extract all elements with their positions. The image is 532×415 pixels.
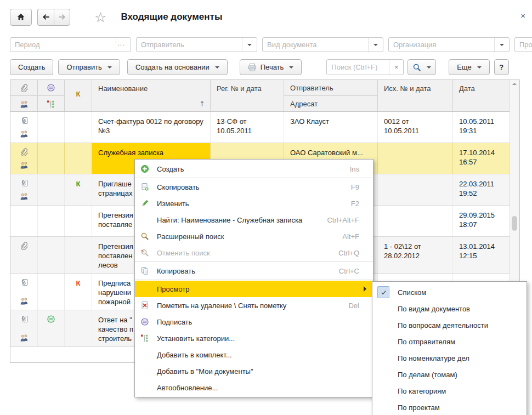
attachment-cell — [10, 206, 38, 236]
toolbar: Создать Отправить Создать на основании П… — [10, 59, 525, 75]
column-name[interactable]: Наименование ↑ — [92, 80, 211, 111]
submenu-item[interactable]: По видам документов — [372, 300, 527, 317]
send-button[interactable]: Отправить — [58, 59, 120, 75]
people-icon — [20, 161, 29, 169]
filter-input[interactable] — [515, 38, 532, 52]
context-menu-item[interactable]: Расширенный поиск Alt+F — [135, 228, 373, 245]
menu-separator — [135, 178, 373, 178]
submenu-item-label: По отправителям — [398, 338, 455, 346]
column-date[interactable]: Дата — [453, 80, 510, 111]
create-label: Создать — [18, 63, 45, 71]
column-k[interactable]: К — [65, 80, 92, 111]
create-based-on-button[interactable]: Создать на основании — [127, 59, 228, 75]
page-title: Входящие документы — [121, 12, 222, 22]
column-reg[interactable]: Рег. № и дата — [211, 80, 284, 111]
seal-icon — [47, 83, 55, 92]
close-icon[interactable]: × — [520, 11, 525, 20]
filter-input[interactable] — [263, 38, 368, 52]
filter-button[interactable] — [242, 38, 257, 52]
context-menu-item[interactable]: Пометить на удаление \ Снять пометку Del — [135, 297, 373, 314]
attachment-icon — [20, 147, 29, 156]
context-menu-item[interactable]: Отменить поиск Ctrl+Q — [135, 245, 373, 261]
filter-field — [388, 37, 510, 52]
seal-cell — [38, 237, 65, 273]
context-menu-item[interactable]: Создать Ins — [135, 161, 373, 177]
submenu-item-label: По делам (томам) — [398, 371, 457, 379]
menu-item-shortcut: F2 — [351, 200, 359, 208]
k-cell — [65, 112, 92, 143]
k-cell — [65, 143, 92, 174]
context-menu-item[interactable]: Найти: Наименование - Служебная записка … — [135, 212, 373, 228]
filter-button[interactable]: ... — [116, 38, 131, 52]
search-settings-button[interactable] — [408, 59, 436, 75]
context-menu-item[interactable]: Подписать — [135, 314, 373, 330]
context-menu-item[interactable]: Добавить в комплект... — [135, 346, 373, 363]
attachment-cell — [10, 112, 38, 143]
filter-input[interactable] — [10, 38, 116, 52]
attachment-icon — [20, 83, 29, 92]
print-button[interactable]: Печать — [240, 59, 302, 75]
context-menu-item[interactable]: Автообновление... — [135, 379, 373, 396]
forward-button[interactable] — [54, 9, 70, 26]
column-attachment[interactable] — [10, 80, 38, 111]
create-button[interactable]: Создать — [10, 59, 53, 75]
arrow-right-icon — [58, 13, 66, 21]
context-menu-item[interactable]: Установить категории... — [135, 330, 373, 346]
submenu-item[interactable]: По номенклатуре дел — [372, 350, 527, 366]
context-menu-item[interactable]: Скопировать F9 — [135, 179, 373, 195]
menu-item-icon — [139, 215, 150, 224]
k-cell — [65, 206, 92, 236]
menu-item-shortcut: F9 — [351, 183, 359, 191]
favorite-star-icon[interactable]: ☆ — [94, 10, 106, 24]
date-cell: 10.05.2011 19:31 — [453, 112, 510, 143]
menu-separator — [135, 280, 373, 280]
menu-item-label: Добавить в "Мои документы" — [157, 367, 353, 376]
home-button[interactable] — [10, 9, 32, 26]
context-menu-item[interactable]: Изменить F2 — [135, 195, 373, 212]
filter-input[interactable] — [137, 38, 242, 52]
scroll-up-icon[interactable] — [512, 83, 517, 85]
submenu-item[interactable]: По отправителям — [372, 333, 527, 350]
search-input[interactable] — [327, 60, 389, 75]
people-icon — [20, 100, 29, 109]
window-titlebar: ☆ Входящие документы × — [10, 7, 525, 27]
submenu-item[interactable]: По проектам — [372, 399, 527, 415]
filter-button[interactable] — [368, 38, 383, 52]
seal-cell — [38, 112, 65, 143]
attachment-icon — [20, 278, 29, 287]
clear-search-icon[interactable]: × — [389, 60, 403, 75]
column-out[interactable]: Исх. № и дата — [378, 80, 453, 111]
menu-item-label: Расширенный поиск — [157, 232, 336, 241]
printer-icon — [248, 63, 257, 72]
scrollbar-thumb[interactable] — [512, 216, 517, 231]
menu-item-icon — [139, 266, 150, 275]
menu-item-shortcut: Ctrl+C — [339, 267, 359, 275]
submenu-item[interactable]: По категориям — [372, 383, 527, 399]
context-menu: Создать Ins Скопировать F9 Изменить F2 Н… — [134, 159, 373, 397]
column-sender-addressee[interactable]: Отправитель Адресат — [284, 80, 378, 111]
submenu-item[interactable]: По вопросам деятельности — [372, 317, 527, 333]
filter-input[interactable] — [389, 38, 494, 52]
back-button[interactable] — [37, 9, 54, 26]
context-menu-item[interactable]: Копировать Ctrl+C — [135, 263, 373, 279]
context-menu-item[interactable]: Просмотр — [135, 281, 373, 297]
name-cell: Счет-фактура 0012 по договору №3 — [92, 112, 211, 143]
submenu-item-label: По вопросам деятельности — [398, 321, 488, 329]
out-cell: 1 - 02\12 от 28.02.2012 — [378, 237, 453, 273]
attachment-icon — [20, 315, 29, 323]
submenu-item[interactable]: Списком — [372, 284, 527, 300]
submenu-item[interactable]: По делам (томам) — [372, 366, 527, 383]
menu-item-shortcut: Ctrl+Q — [338, 249, 359, 257]
menu-item-icon — [139, 164, 150, 173]
filter-button[interactable] — [494, 38, 509, 52]
menu-item-label: Автообновление... — [157, 384, 353, 392]
table-row[interactable]: Счет-фактура 0012 по договору №3 13-СФ о… — [10, 112, 519, 143]
context-menu-item[interactable]: Добавить в "Мои документы" — [135, 363, 373, 379]
checkbox-checked-icon — [377, 286, 389, 298]
more-button[interactable]: Еще — [449, 59, 489, 75]
view-submenu: Списком По видам документов По вопросам … — [372, 281, 527, 415]
menu-item-icon — [139, 199, 150, 208]
column-signed-categories[interactable] — [38, 80, 65, 111]
attachment-icon — [20, 179, 29, 187]
help-button[interactable]: ? — [494, 59, 509, 75]
